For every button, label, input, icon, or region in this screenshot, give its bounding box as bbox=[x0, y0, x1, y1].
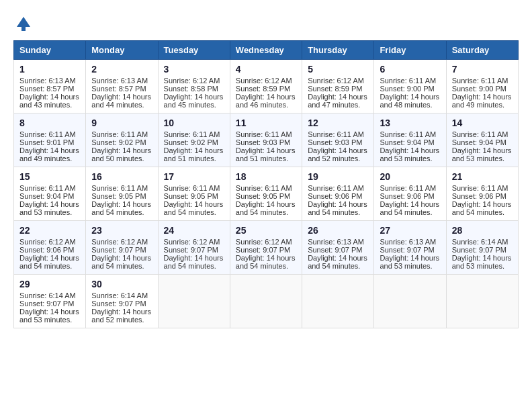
daylight-line: Daylight: 14 hours and 54 minutes. bbox=[91, 254, 151, 270]
sunset-line: Sunset: 9:06 PM bbox=[452, 192, 506, 200]
day-number: 12 bbox=[308, 118, 368, 128]
calendar-cell: 26Sunrise: 6:13 AMSunset: 9:07 PMDayligh… bbox=[302, 221, 374, 275]
sunset-line: Sunset: 9:07 PM bbox=[19, 300, 74, 308]
day-number: 20 bbox=[380, 171, 440, 182]
sunrise-line: Sunrise: 6:12 AM bbox=[19, 238, 76, 246]
daylight-line: Daylight: 14 hours and 49 minutes. bbox=[19, 146, 79, 163]
calendar-cell: 8Sunrise: 6:11 AMSunset: 9:01 PMDaylight… bbox=[14, 113, 86, 167]
day-number: 30 bbox=[91, 279, 152, 289]
calendar-cell: 11Sunrise: 6:11 AMSunset: 9:03 PMDayligh… bbox=[230, 113, 302, 167]
calendar-cell: 22Sunrise: 6:12 AMSunset: 9:06 PMDayligh… bbox=[14, 221, 86, 275]
calendar-cell: 1Sunrise: 6:13 AMSunset: 8:57 PMDaylight… bbox=[14, 60, 86, 113]
sunrise-line: Sunrise: 6:11 AM bbox=[308, 184, 364, 192]
sunrise-line: Sunrise: 6:11 AM bbox=[452, 77, 508, 85]
calendar-cell bbox=[446, 275, 518, 328]
calendar-cell bbox=[230, 275, 302, 328]
calendar-cell: 15Sunrise: 6:11 AMSunset: 9:04 PMDayligh… bbox=[14, 167, 86, 221]
calendar-cell: 16Sunrise: 6:11 AMSunset: 9:05 PMDayligh… bbox=[86, 167, 158, 221]
sunset-line: Sunset: 8:59 PM bbox=[308, 85, 362, 93]
calendar-cell: 27Sunrise: 6:13 AMSunset: 9:07 PMDayligh… bbox=[374, 221, 446, 275]
sunrise-line: Sunrise: 6:13 AM bbox=[91, 77, 148, 85]
calendar-cell: 13Sunrise: 6:11 AMSunset: 9:04 PMDayligh… bbox=[374, 113, 446, 167]
day-header-friday: Friday bbox=[374, 41, 446, 60]
sunset-line: Sunset: 9:06 PM bbox=[380, 192, 434, 200]
daylight-line: Daylight: 14 hours and 52 minutes. bbox=[91, 308, 151, 324]
daylight-line: Daylight: 14 hours and 45 minutes. bbox=[164, 93, 224, 109]
calendar-cell: 14Sunrise: 6:11 AMSunset: 9:04 PMDayligh… bbox=[446, 113, 518, 167]
daylight-line: Daylight: 14 hours and 54 minutes. bbox=[164, 254, 224, 270]
calendar-cell: 12Sunrise: 6:11 AMSunset: 9:03 PMDayligh… bbox=[302, 113, 374, 167]
sunrise-line: Sunrise: 6:11 AM bbox=[91, 130, 148, 138]
daylight-line: Daylight: 14 hours and 54 minutes. bbox=[19, 254, 79, 270]
svg-rect-1 bbox=[21, 26, 26, 31]
calendar-header: SundayMondayTuesdayWednesdayThursdayFrid… bbox=[14, 41, 519, 60]
day-header-wednesday: Wednesday bbox=[230, 41, 302, 60]
calendar-week-row: 8Sunrise: 6:11 AMSunset: 9:01 PMDaylight… bbox=[14, 113, 519, 167]
calendar-cell: 20Sunrise: 6:11 AMSunset: 9:06 PMDayligh… bbox=[374, 167, 446, 221]
day-number: 16 bbox=[91, 171, 152, 182]
calendar-cell: 18Sunrise: 6:11 AMSunset: 9:05 PMDayligh… bbox=[230, 167, 302, 221]
sunset-line: Sunset: 9:06 PM bbox=[19, 246, 74, 254]
sunset-line: Sunset: 9:00 PM bbox=[380, 85, 434, 93]
sunset-line: Sunset: 9:00 PM bbox=[452, 85, 506, 93]
sunrise-line: Sunrise: 6:13 AM bbox=[380, 238, 436, 246]
sunrise-line: Sunrise: 6:13 AM bbox=[19, 77, 76, 85]
calendar-cell bbox=[302, 275, 374, 328]
sunrise-line: Sunrise: 6:11 AM bbox=[164, 130, 220, 138]
day-number: 5 bbox=[308, 64, 368, 75]
sunset-line: Sunset: 8:57 PM bbox=[91, 85, 146, 93]
daylight-line: Daylight: 14 hours and 53 minutes. bbox=[19, 308, 79, 324]
day-number: 24 bbox=[164, 225, 224, 236]
sunrise-line: Sunrise: 6:11 AM bbox=[236, 184, 292, 192]
sunset-line: Sunset: 9:07 PM bbox=[452, 246, 506, 254]
daylight-line: Daylight: 14 hours and 54 minutes. bbox=[308, 200, 367, 216]
sunset-line: Sunset: 9:07 PM bbox=[164, 246, 218, 254]
calendar-week-row: 29Sunrise: 6:14 AMSunset: 9:07 PMDayligh… bbox=[14, 275, 519, 328]
day-number: 8 bbox=[19, 118, 80, 128]
daylight-line: Daylight: 14 hours and 54 minutes. bbox=[380, 200, 439, 216]
sunset-line: Sunset: 9:02 PM bbox=[164, 138, 218, 146]
calendar-cell: 2Sunrise: 6:13 AMSunset: 8:57 PMDaylight… bbox=[86, 60, 158, 113]
day-number: 28 bbox=[452, 225, 513, 236]
day-header-monday: Monday bbox=[86, 41, 158, 60]
sunrise-line: Sunrise: 6:11 AM bbox=[19, 130, 76, 138]
calendar-cell: 6Sunrise: 6:11 AMSunset: 9:00 PMDaylight… bbox=[374, 60, 446, 113]
sunrise-line: Sunrise: 6:11 AM bbox=[236, 130, 292, 138]
daylight-line: Daylight: 14 hours and 53 minutes. bbox=[452, 254, 512, 270]
daylight-line: Daylight: 14 hours and 54 minutes. bbox=[308, 254, 367, 270]
day-header-saturday: Saturday bbox=[446, 41, 518, 60]
sunset-line: Sunset: 9:05 PM bbox=[164, 192, 218, 200]
sunset-line: Sunset: 8:57 PM bbox=[19, 85, 74, 93]
sunset-line: Sunset: 8:59 PM bbox=[236, 85, 290, 93]
calendar-cell: 3Sunrise: 6:12 AMSunset: 8:58 PMDaylight… bbox=[158, 60, 230, 113]
header bbox=[13, 13, 519, 34]
day-number: 11 bbox=[236, 118, 296, 128]
calendar-cell: 25Sunrise: 6:12 AMSunset: 9:07 PMDayligh… bbox=[230, 221, 302, 275]
calendar-week-row: 22Sunrise: 6:12 AMSunset: 9:06 PMDayligh… bbox=[14, 221, 519, 275]
sunrise-line: Sunrise: 6:12 AM bbox=[308, 77, 364, 85]
day-number: 10 bbox=[164, 118, 224, 128]
sunrise-line: Sunrise: 6:13 AM bbox=[308, 238, 364, 246]
logo-icon bbox=[13, 13, 34, 34]
day-number: 25 bbox=[236, 225, 296, 236]
day-number: 2 bbox=[91, 64, 152, 75]
daylight-line: Daylight: 14 hours and 44 minutes. bbox=[91, 93, 151, 109]
day-number: 7 bbox=[452, 64, 513, 75]
daylight-line: Daylight: 14 hours and 54 minutes. bbox=[236, 200, 296, 216]
sunset-line: Sunset: 8:58 PM bbox=[164, 85, 218, 93]
day-number: 21 bbox=[452, 171, 513, 182]
calendar-cell bbox=[374, 275, 446, 328]
sunrise-line: Sunrise: 6:12 AM bbox=[164, 77, 220, 85]
calendar-week-row: 1Sunrise: 6:13 AMSunset: 8:57 PMDaylight… bbox=[14, 60, 519, 113]
daylight-line: Daylight: 14 hours and 49 minutes. bbox=[452, 93, 512, 109]
daylight-line: Daylight: 14 hours and 48 minutes. bbox=[380, 93, 439, 109]
calendar-cell: 21Sunrise: 6:11 AMSunset: 9:06 PMDayligh… bbox=[446, 167, 518, 221]
calendar-cell: 7Sunrise: 6:11 AMSunset: 9:00 PMDaylight… bbox=[446, 60, 518, 113]
sunrise-line: Sunrise: 6:12 AM bbox=[164, 238, 220, 246]
daylight-line: Daylight: 14 hours and 54 minutes. bbox=[236, 254, 296, 270]
day-header-thursday: Thursday bbox=[302, 41, 374, 60]
sunset-line: Sunset: 9:07 PM bbox=[380, 246, 434, 254]
day-number: 4 bbox=[236, 64, 296, 75]
day-number: 22 bbox=[19, 225, 80, 236]
calendar-cell bbox=[158, 275, 230, 328]
